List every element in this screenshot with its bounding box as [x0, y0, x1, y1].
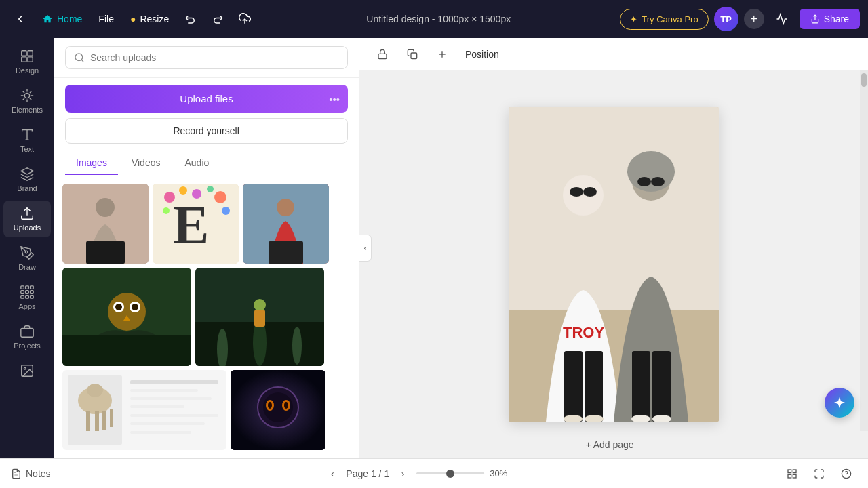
list-item[interactable]	[243, 184, 329, 264]
svg-rect-12	[21, 291, 24, 294]
try-pro-button[interactable]: ✦ Try Canva Pro	[620, 9, 708, 30]
svg-rect-89	[585, 351, 603, 422]
topbar-left: Home File ● Resize	[8, 7, 257, 31]
draw-icon	[20, 245, 35, 260]
back-button[interactable]	[8, 7, 33, 31]
add-collaborator-button[interactable]: +	[744, 9, 764, 29]
redo-button[interactable]	[205, 7, 230, 31]
help-button[interactable]	[835, 463, 857, 485]
page-info: Page 1 / 1	[346, 468, 389, 479]
next-page-button[interactable]: ›	[395, 466, 411, 482]
add-button[interactable]	[430, 42, 454, 66]
list-item[interactable]: E	[153, 184, 239, 264]
main-content: Design Elements Text Brand Uploads Draw …	[0, 38, 868, 458]
svg-point-20	[24, 367, 26, 369]
tab-audio[interactable]: Audio	[174, 152, 220, 175]
svg-text:E: E	[173, 195, 209, 255]
sidebar-item-apps[interactable]: Apps	[3, 279, 51, 316]
svg-point-42	[115, 304, 122, 310]
upload-more-icon[interactable]: •••	[329, 93, 340, 104]
elements-icon	[20, 88, 35, 103]
svg-point-43	[132, 304, 138, 310]
svg-rect-64	[130, 405, 184, 408]
magic-icon	[833, 396, 846, 409]
topbar: Home File ● Resize Untitled design - 100…	[0, 0, 868, 38]
svg-point-6	[24, 93, 29, 98]
notes-button[interactable]: Notes	[11, 468, 51, 479]
upload-files-button[interactable]: Upload files •••	[65, 85, 348, 113]
vertical-scrollbar[interactable]	[860, 70, 868, 431]
home-label: Home	[57, 14, 82, 24]
svg-point-50	[292, 327, 302, 365]
tab-videos[interactable]: Videos	[121, 152, 172, 175]
sidebar-item-elements[interactable]: Elements	[3, 83, 51, 119]
svg-point-56	[87, 384, 103, 397]
svg-rect-15	[21, 296, 24, 299]
grid-icon	[787, 468, 797, 479]
lock-icon	[377, 49, 388, 60]
sidebar-item-text[interactable]: Text	[3, 122, 51, 159]
svg-point-39	[108, 293, 146, 331]
copy-button[interactable]	[400, 42, 425, 66]
svg-rect-17	[31, 296, 34, 299]
list-item[interactable]	[62, 268, 191, 366]
svg-point-33	[222, 207, 230, 215]
list-item[interactable]	[231, 370, 326, 450]
notes-label: Notes	[26, 468, 51, 479]
topbar-center: Untitled design - 1000px × 1500px	[262, 14, 614, 24]
svg-rect-76	[378, 54, 387, 58]
cloud-save-button[interactable]	[233, 7, 257, 31]
list-item[interactable]	[62, 184, 149, 264]
bottombar: Notes ‹ Page 1 / 1 › 30%	[0, 458, 868, 488]
topbar-right: ✦ Try Canva Pro TP + Share	[620, 7, 860, 31]
list-item[interactable]	[195, 268, 324, 366]
file-button[interactable]: File	[92, 9, 121, 28]
resize-button[interactable]: ● Resize	[123, 9, 176, 28]
svg-rect-88	[564, 351, 583, 422]
sidebar-item-design[interactable]: Design	[3, 43, 51, 80]
svg-rect-97	[652, 351, 671, 422]
avatar[interactable]: TP	[714, 7, 738, 31]
search-input[interactable]	[90, 52, 339, 63]
svg-rect-61	[130, 380, 218, 384]
svg-point-94	[637, 177, 651, 186]
sidebar-label-elements: Elements	[12, 106, 43, 114]
analytics-button[interactable]	[770, 7, 794, 31]
svg-point-30	[192, 189, 201, 199]
svg-rect-105	[793, 474, 796, 478]
svg-rect-66	[130, 422, 205, 425]
zoom-slider[interactable]	[416, 472, 484, 474]
sidebar-item-photos[interactable]	[3, 358, 51, 384]
prev-page-button[interactable]: ‹	[324, 466, 340, 482]
search-bar[interactable]	[65, 46, 348, 69]
magic-button[interactable]	[825, 388, 854, 418]
svg-point-74	[268, 402, 272, 409]
sidebar-item-brand[interactable]: Brand	[3, 161, 51, 198]
svg-rect-77	[411, 53, 417, 59]
sidebar-label-brand: Brand	[17, 184, 37, 192]
sidebar-item-draw[interactable]: Draw	[3, 240, 51, 277]
sidebar-label-apps: Apps	[18, 302, 35, 310]
fullscreen-button[interactable]	[808, 463, 830, 485]
grid-view-button[interactable]	[781, 463, 803, 485]
sidebar-item-projects[interactable]: Projects	[3, 319, 51, 355]
hide-panel-button[interactable]: ‹	[359, 235, 372, 262]
record-yourself-button[interactable]: Record yourself	[65, 118, 348, 144]
svg-rect-9	[21, 286, 24, 289]
add-page-button[interactable]: + Add page	[585, 431, 633, 458]
svg-line-22	[81, 60, 83, 62]
list-item[interactable]	[62, 370, 226, 450]
sidebar-label-design: Design	[16, 66, 39, 75]
share-button[interactable]: Share	[800, 9, 860, 29]
lock-button[interactable]	[370, 42, 395, 66]
undo-button[interactable]	[178, 7, 203, 31]
tab-images[interactable]: Images	[65, 152, 118, 175]
svg-rect-52	[254, 310, 265, 327]
home-button[interactable]: Home	[35, 9, 89, 28]
svg-point-28	[164, 192, 175, 203]
slider-track	[416, 472, 484, 474]
svg-rect-63	[130, 397, 212, 400]
bottombar-center: ‹ Page 1 / 1 › 30%	[324, 466, 507, 482]
sidebar-item-uploads[interactable]: Uploads	[3, 201, 51, 237]
projects-icon	[20, 324, 35, 339]
